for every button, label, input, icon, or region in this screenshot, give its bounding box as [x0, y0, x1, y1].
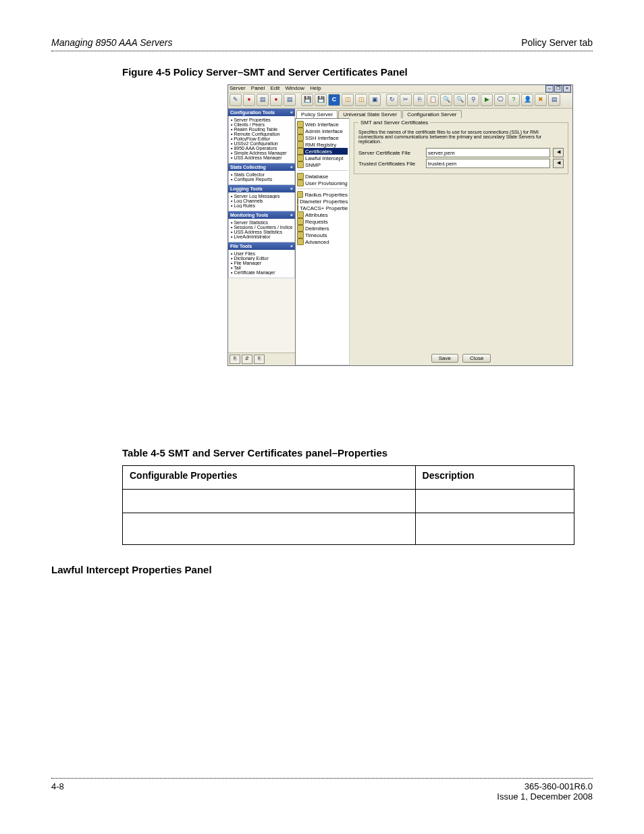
table-row — [123, 490, 574, 513]
tree-item[interactable]: Attributes — [297, 211, 348, 218]
sidebar-item[interactable]: • Configure Reports — [231, 177, 292, 182]
menu-server[interactable]: Server — [230, 85, 246, 91]
browse-button[interactable]: ◀ — [553, 159, 564, 168]
refresh-blue-icon[interactable]: C — [328, 94, 340, 106]
record-red-icon[interactable]: ● — [270, 94, 282, 106]
close-button[interactable]: Close — [462, 354, 491, 363]
zoom-in-icon[interactable]: 🔍 — [440, 94, 452, 106]
sidebar-title-logging[interactable]: Logging Tools« — [228, 185, 295, 192]
tree-item[interactable]: Timeouts — [297, 232, 348, 238]
sidebar-item[interactable]: • Server Properties — [231, 118, 292, 122]
sidebar-title-configuration[interactable]: Configuration Tools« — [228, 109, 295, 116]
sidebar-item[interactable]: • Server Statistics — [231, 220, 292, 225]
sidebar-item[interactable]: • Dictionary Editor — [231, 256, 292, 261]
table-cell — [415, 513, 574, 545]
record-red-icon[interactable]: ● — [243, 94, 255, 106]
cut-icon[interactable]: ✂ — [400, 94, 412, 106]
browse-button[interactable]: ◀ — [553, 148, 564, 157]
tree-item[interactable]: RMI Registry — [297, 141, 348, 148]
save-button[interactable]: Save — [431, 354, 458, 363]
sidebar-item[interactable]: • Certificate Manager — [231, 270, 292, 275]
sidebar-item[interactable]: • USSv2 Configuration — [231, 141, 292, 146]
tab-universal-state-server[interactable]: Universal State Server — [338, 110, 402, 118]
tree-item[interactable]: SNMP — [297, 161, 348, 168]
tab-policy-server[interactable]: Policy Server — [296, 110, 338, 118]
input-trusted-cert[interactable] — [426, 159, 550, 168]
sidebar-title-stats[interactable]: Stats Collecting« — [228, 163, 295, 171]
sidebar-item[interactable]: • Remote Configuration — [231, 132, 292, 136]
sidebar-item[interactable]: • File Manager — [231, 261, 292, 265]
doc-icon[interactable]: ▤ — [284, 94, 296, 106]
tree-item[interactable]: Requests — [297, 218, 348, 225]
tree-item[interactable]: SSH Interface — [297, 134, 348, 141]
sidebar-item[interactable]: • USS Address Manager — [231, 155, 292, 160]
doc-icon[interactable]: ▤ — [257, 94, 269, 106]
sidebar-item[interactable]: • USS Address Statistics — [231, 230, 292, 234]
input-server-cert[interactable] — [426, 148, 550, 157]
cert-icon — [297, 148, 304, 155]
sidebar-item[interactable]: • Simple Address Manager — [231, 151, 292, 155]
sidebar-title-monitoring[interactable]: Monitoring Tools« — [228, 211, 295, 219]
sidebar-item[interactable]: • PolicyFlow Editor — [231, 136, 292, 141]
check-icon — [297, 211, 304, 218]
minimize-button[interactable]: – — [545, 85, 554, 93]
db-icon[interactable]: ◫ — [342, 94, 354, 106]
status-button[interactable]: ⎘ — [254, 355, 265, 364]
user-icon[interactable]: 👤 — [521, 94, 533, 106]
db-icon[interactable]: ◫ — [355, 94, 367, 106]
tree-item[interactable]: Web Interface — [297, 121, 348, 128]
tree-item[interactable]: Advanced — [297, 238, 348, 245]
wand-icon[interactable]: ✎ — [230, 94, 242, 106]
status-button[interactable]: ⇵ — [242, 355, 252, 364]
sidebar-item[interactable]: • Sessions / Counters / Indices — [231, 225, 292, 230]
sidebar-item[interactable]: • Log Rules — [231, 203, 292, 208]
sidebar-title-file[interactable]: File Tools« — [228, 242, 295, 250]
save-icon[interactable]: 💾 — [301, 94, 313, 106]
status-button[interactable]: ⎘ — [230, 355, 240, 364]
tree-item[interactable]: Database — [297, 173, 348, 180]
menubar-right: – ❐ × — [545, 85, 571, 93]
tree-item[interactable]: Delimiters — [297, 225, 348, 232]
sidebar-item[interactable]: • 8950 AAA Operators — [231, 146, 292, 151]
tree-item[interactable]: Radius Properties — [297, 191, 348, 198]
tree-item[interactable]: User Provisioning — [297, 180, 348, 186]
sidebar-item[interactable]: • Stats Collector — [231, 172, 292, 177]
toolbar: ✎ ● ▤ ● ▤ 💾 💾 C ◫ ◫ ▣ ↻ ✂ ⎘ 📋 🔍 🔍 ⚲ ▶ 🖵 … — [228, 93, 572, 109]
floppy-icon[interactable]: 💾 — [315, 94, 327, 106]
tree-item[interactable]: TACACS+ Properties — [297, 205, 348, 211]
tacacs-icon — [297, 205, 298, 211]
monitor-icon[interactable]: 🖵 — [494, 94, 506, 106]
wrench-icon[interactable]: ✖ — [535, 94, 547, 106]
table-caption: Table 4-5 SMT and Server Certificates pa… — [122, 447, 593, 459]
tree-item[interactable]: Lawful Intercept — [297, 155, 348, 161]
menu-help[interactable]: Help — [310, 85, 321, 91]
sidebar-item[interactable]: • Realm Routing Table — [231, 127, 292, 132]
menu-edit[interactable]: Edit — [271, 85, 280, 91]
tree-item[interactable]: Diameter Properties — [297, 198, 348, 205]
tree-item-certificates[interactable]: Certificates — [297, 148, 348, 155]
header-rule — [51, 51, 593, 51]
sidebar-item[interactable]: • Server Log Messages — [231, 194, 292, 199]
sidebar-item[interactable]: • LiveAdministrator — [231, 234, 292, 239]
srv-icon[interactable]: ▣ — [369, 94, 381, 106]
help-icon[interactable]: ? — [508, 94, 520, 106]
tree-item[interactable]: Admin Interface — [297, 128, 348, 134]
snmp-icon — [297, 161, 304, 168]
zoom-out-icon[interactable]: 🔍 — [454, 94, 466, 106]
sidebar-item[interactable]: • Tail — [231, 265, 292, 270]
copy-icon[interactable]: ⎘ — [413, 94, 425, 106]
menu-window[interactable]: Window — [286, 85, 304, 91]
sidebar-item[interactable]: • User Files — [231, 251, 292, 256]
sidebar-item[interactable]: • Log Channels — [231, 199, 292, 203]
tab-configuration-server[interactable]: Configuration Server — [402, 110, 461, 118]
list-icon[interactable]: ▤ — [548, 94, 560, 106]
close-window-button[interactable]: × — [563, 85, 571, 93]
maximize-button[interactable]: ❐ — [554, 85, 562, 93]
menu-panel[interactable]: Panel — [251, 85, 265, 91]
sidebar-item[interactable]: • Clients / Peers — [231, 122, 292, 127]
go-icon[interactable]: ▶ — [481, 94, 493, 106]
reload-icon[interactable]: ↻ — [386, 94, 398, 106]
menubar-left: Server Panel Edit Window Help — [230, 85, 325, 93]
paste-icon[interactable]: 📋 — [427, 94, 439, 106]
search-icon[interactable]: ⚲ — [467, 94, 479, 106]
